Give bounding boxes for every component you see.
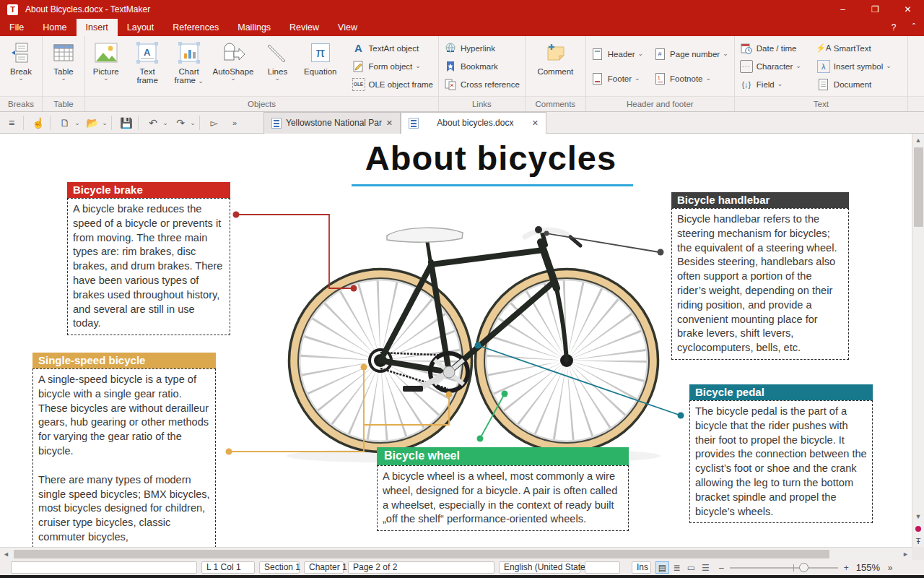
new-document-icon[interactable]: 🗋 bbox=[56, 115, 74, 131]
chevron-down-icon: ⌄ bbox=[886, 64, 892, 69]
lines-button[interactable]: Lines ⌄ bbox=[257, 39, 298, 82]
autoshape-button[interactable]: AutoShape ⌄ bbox=[209, 39, 256, 82]
ribbon-group-header-footer: Header ⌄ Footer ⌄ # Page number ⌄ 1 Foot… bbox=[586, 36, 735, 111]
menu-tab-file[interactable]: File bbox=[0, 19, 33, 36]
footer-button[interactable]: Footer ⌄ bbox=[591, 66, 643, 91]
textart-object-button[interactable]: A TextArt object bbox=[352, 39, 433, 57]
view-normal-icon[interactable]: ▤ bbox=[655, 561, 669, 574]
menu-tab-references[interactable]: References bbox=[163, 19, 228, 36]
touch-mode-icon[interactable]: ☝ bbox=[30, 115, 47, 131]
infobox-header: Bicycle brake bbox=[67, 182, 230, 198]
open-file-icon[interactable]: 📂 bbox=[84, 115, 101, 131]
chart-frame-button[interactable]: Chart frame ⌄ bbox=[168, 39, 209, 85]
connector-wheel bbox=[477, 391, 508, 442]
document-button[interactable]: Document bbox=[817, 75, 892, 93]
form-object-button[interactable]: Form object ⌄ bbox=[352, 57, 433, 75]
collapse-ribbon-icon[interactable]: ˆ bbox=[904, 19, 924, 36]
footnote-button[interactable]: 1 Footnote ⌄ bbox=[653, 66, 728, 91]
scroll-left-icon[interactable]: ◄ bbox=[0, 548, 12, 560]
picture-button[interactable]: Picture ⌄ bbox=[85, 39, 126, 82]
menu-tab-mailings[interactable]: Mailings bbox=[228, 19, 280, 36]
character-button[interactable]: ··· Character ⌄ bbox=[740, 57, 801, 75]
ole-object-frame-button[interactable]: OLE OLE object frame bbox=[352, 75, 433, 93]
comment-button[interactable]: Comment bbox=[529, 39, 581, 76]
field-label: Field bbox=[757, 80, 775, 89]
next-page-button[interactable]: Ŧ bbox=[912, 535, 924, 547]
view-page-icon[interactable]: ▭ bbox=[684, 561, 698, 574]
text-frame-label: Text bbox=[140, 67, 155, 76]
zoom-percentage[interactable]: 155% bbox=[856, 562, 884, 573]
group-label-header-footer: Header and footer bbox=[586, 96, 734, 111]
zoom-in-icon[interactable]: + bbox=[844, 563, 849, 573]
toolbar-overflow-icon[interactable]: » bbox=[226, 115, 243, 131]
restore-button[interactable]: ❐ bbox=[859, 0, 892, 19]
minimize-button[interactable]: – bbox=[827, 0, 859, 19]
doctab-about-bicycles[interactable]: About bicycles.docx ✕ bbox=[401, 112, 546, 134]
select-pointer-icon[interactable]: ▻ bbox=[206, 115, 223, 131]
table-button[interactable]: Table ⌄ bbox=[43, 39, 84, 82]
zoom-slider[interactable] bbox=[730, 567, 838, 569]
section-indicator[interactable]: Section 1 bbox=[259, 561, 300, 574]
insert-symbol-button[interactable]: λ Insert symbol ⌄ bbox=[817, 57, 892, 75]
view-outline-icon[interactable]: ☰ bbox=[699, 561, 712, 574]
cursor-position[interactable]: L 1 Col 1 bbox=[201, 561, 255, 574]
equation-label: Equation bbox=[304, 67, 336, 76]
zoom-tick bbox=[793, 564, 794, 571]
page-number-button[interactable]: # Page number ⌄ bbox=[653, 42, 728, 66]
front-wheel bbox=[476, 269, 658, 452]
svg-text:A: A bbox=[144, 47, 151, 58]
menu-tab-home[interactable]: Home bbox=[33, 19, 76, 36]
bookmark-button[interactable]: Bookmark bbox=[444, 57, 520, 75]
close-button[interactable]: ✕ bbox=[892, 0, 924, 19]
chevron-down-icon: ⌄ bbox=[275, 76, 281, 82]
statusbar-overflow-icon[interactable]: » bbox=[888, 563, 893, 573]
text-frame-icon: A bbox=[135, 40, 160, 65]
document-title: About bicycles bbox=[289, 138, 693, 178]
page-indicator[interactable]: Page 2 of 2 bbox=[348, 561, 494, 574]
close-tab-icon[interactable]: ✕ bbox=[532, 118, 539, 128]
menu-tab-insert[interactable]: Insert bbox=[77, 19, 118, 36]
menu-tab-view[interactable]: View bbox=[328, 19, 367, 36]
menu-tab-layout[interactable]: Layout bbox=[118, 19, 164, 36]
hamburger-menu-icon[interactable]: ≡ bbox=[3, 115, 20, 131]
save-icon[interactable]: 💾 bbox=[118, 115, 135, 131]
scroll-down-icon[interactable]: ▼ bbox=[912, 510, 924, 522]
view-continuous-icon[interactable]: ≣ bbox=[670, 561, 684, 574]
insert-mode-indicator[interactable]: Ins bbox=[632, 561, 651, 574]
zoom-out-icon[interactable]: – bbox=[719, 563, 724, 573]
date-time-button[interactable]: Date / time bbox=[740, 39, 801, 57]
horizontal-scroll-thumb[interactable] bbox=[14, 550, 829, 558]
vertical-scrollbar[interactable]: ▲ ▼ Ŧ bbox=[912, 134, 924, 547]
bike-crank bbox=[403, 353, 468, 392]
undo-icon[interactable]: ↶ bbox=[144, 115, 162, 131]
help-icon[interactable]: ? bbox=[884, 19, 904, 36]
menu-tab-review[interactable]: Review bbox=[280, 19, 328, 36]
header-button[interactable]: Header ⌄ bbox=[591, 42, 643, 66]
chevron-down-icon[interactable]: ⌄ bbox=[189, 119, 196, 126]
close-tab-icon[interactable]: ✕ bbox=[386, 118, 393, 128]
redo-icon[interactable]: ↷ bbox=[172, 115, 189, 131]
chart-frame-icon bbox=[177, 40, 201, 65]
chevron-down-icon[interactable]: ⌄ bbox=[162, 119, 169, 126]
language-indicator[interactable]: English (United States) bbox=[499, 561, 580, 574]
equation-button[interactable]: π Equation bbox=[298, 39, 342, 76]
break-button[interactable]: Break ⌄ bbox=[0, 39, 42, 82]
doctab-yellowstone[interactable]: Yellowstone National Park... ✕ bbox=[263, 112, 401, 134]
chevron-down-icon[interactable]: ⌄ bbox=[101, 119, 108, 126]
hyperlink-button[interactable]: Hyperlink bbox=[444, 39, 520, 57]
chevron-down-icon[interactable]: ⌄ bbox=[74, 119, 81, 126]
break-icon bbox=[9, 40, 33, 65]
cross-reference-button[interactable]: Cross reference bbox=[444, 75, 520, 93]
comment-icon bbox=[543, 40, 567, 65]
text-frame-button[interactable]: A Text frame bbox=[126, 39, 167, 85]
smarttext-button[interactable]: ⚡A SmartText bbox=[817, 39, 892, 57]
document-page[interactable]: About bicycles bbox=[0, 134, 912, 547]
horizontal-scrollbar[interactable]: ◄ ► bbox=[0, 547, 912, 560]
scroll-right-icon[interactable]: ► bbox=[899, 548, 912, 560]
vertical-scroll-thumb[interactable] bbox=[914, 147, 923, 227]
zoom-slider-thumb[interactable] bbox=[799, 563, 808, 572]
field-button[interactable]: {↓} Field ⌄ bbox=[740, 75, 801, 93]
browse-object-button[interactable] bbox=[912, 522, 924, 535]
chapter-indicator[interactable]: Chapter 1 bbox=[304, 561, 344, 574]
scroll-up-icon[interactable]: ▲ bbox=[912, 134, 924, 146]
